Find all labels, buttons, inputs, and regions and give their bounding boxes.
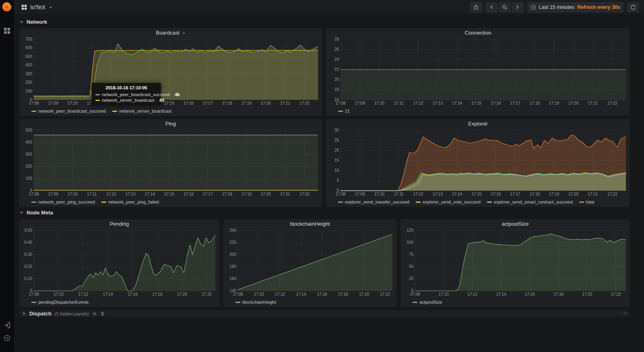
time-back-button[interactable] (486, 2, 498, 12)
panel-actpool-size: actpoolSize 17:0817:1017:1217:1417:1617:… (400, 219, 630, 307)
legend-item-network_server_boardcast[interactable]: network_server_boardcast (112, 109, 171, 113)
legend-item-total[interactable]: total (579, 200, 594, 204)
svg-text:17:19: 17:19 (242, 101, 252, 105)
svg-text:17:22: 17:22 (607, 101, 617, 105)
time-picker-button[interactable]: Last 15 minutes Refresh every 30s (527, 2, 623, 12)
legend-explorer: explorer_send_transfer_succeedexplorer_s… (338, 199, 601, 205)
legend-item-explorer_send_vote_succeed[interactable]: explorer_send_vote_succeed (416, 200, 481, 204)
svg-text:100: 100 (407, 240, 413, 245)
svg-text:0: 0 (411, 288, 413, 293)
panel-title-text: actpoolSize (502, 221, 528, 227)
legend-pending: pendingDispatcherEvents (31, 299, 95, 305)
legend-series-marker (31, 302, 36, 303)
svg-text:17:14: 17:14 (296, 292, 306, 296)
panel-title-text: Explorer (468, 121, 487, 127)
svg-text:17:09: 17:09 (48, 101, 58, 105)
legend-item-explorer_send_smart_contract_succeed[interactable]: explorer_send_smart_contract_succeed (487, 200, 573, 204)
row-delete-button[interactable] (100, 311, 105, 316)
row-header-node-meta[interactable]: Node Meta (19, 210, 53, 216)
chart-explorer[interactable]: 17:0817:0917:1017:1117:1217:1317:1417:15… (328, 128, 628, 197)
svg-text:0.40: 0.40 (25, 240, 33, 245)
sign-in-icon[interactable] (4, 322, 10, 329)
svg-text:17:13: 17:13 (433, 192, 443, 196)
legend-series-label: blockchainHeight (242, 300, 276, 305)
chevron-down-icon (19, 20, 24, 24)
svg-text:300: 300 (25, 152, 32, 156)
legend-item-21[interactable]: 21 (338, 109, 350, 113)
panel-header-ping[interactable]: Ping (19, 119, 322, 128)
svg-text:0.20: 0.20 (25, 264, 33, 269)
legend-series-marker (112, 111, 117, 112)
refresh-button[interactable] (627, 2, 639, 12)
tooltip-series-marker (95, 94, 100, 95)
chevron-down-icon (182, 31, 186, 35)
chart-connection[interactable]: 17:0817:0917:1017:1117:1217:1317:1417:15… (328, 37, 628, 106)
chevron-down-icon (19, 210, 24, 215)
panel-header-connection[interactable]: Connection (326, 28, 630, 37)
legend-item-network_peer_boardcast_succeed[interactable]: network_peer_boardcast_succeed (31, 109, 106, 113)
svg-text:17:18: 17:18 (338, 292, 348, 296)
grafana-logo[interactable] (1, 1, 12, 12)
svg-text:17:10: 17:10 (68, 192, 78, 196)
chevron-left-icon (490, 5, 493, 9)
svg-text:17:10: 17:10 (254, 292, 264, 296)
gear-icon (92, 311, 97, 316)
svg-text:17:18: 17:18 (222, 192, 232, 196)
svg-text:17:22: 17:22 (299, 192, 310, 196)
legend-item-explorer_send_transfer_succeed[interactable]: explorer_send_transfer_succeed (338, 200, 409, 204)
row-settings-button[interactable] (92, 311, 97, 316)
legend-item-pendingDispatcherEvents[interactable]: pendingDispatcherEvents (31, 300, 89, 305)
svg-text:30: 30 (334, 128, 339, 132)
chart-ping[interactable]: 17:0817:0917:1017:1117:1217:1317:1417:15… (21, 128, 320, 197)
panel-header-explorer[interactable]: Explorer (326, 119, 630, 128)
svg-text:17:16: 17:16 (184, 101, 194, 105)
svg-text:17:20: 17:20 (261, 192, 271, 196)
time-shift-group (486, 2, 524, 12)
svg-text:17:14: 17:14 (452, 101, 462, 105)
zoom-out-button[interactable] (499, 2, 511, 12)
svg-text:17:17: 17:17 (510, 192, 520, 196)
panel-header-blockchain-height[interactable]: blockchainHeight (223, 219, 396, 228)
svg-text:200: 200 (25, 164, 32, 169)
time-forward-button[interactable] (512, 2, 524, 12)
svg-text:17:10: 17:10 (54, 292, 64, 296)
panel-title-text: Ping (165, 121, 176, 127)
share-button[interactable] (470, 2, 482, 12)
panel-header-boardcast[interactable]: Boardcast (19, 28, 322, 37)
panel-header-pending[interactable]: Pending (19, 219, 219, 228)
row-drag-handle[interactable] (623, 312, 627, 315)
panel-pending: Pending 17:0817:1017:1217:1417:1617:1817… (19, 219, 219, 307)
legend-series-label: total (586, 200, 594, 204)
clock-icon (530, 4, 536, 10)
dashboard-picker[interactable]: IoTeX (21, 4, 53, 10)
tooltip-series-label: network_peer_boardcast_succeed: (102, 92, 171, 97)
legend-item-blockchainHeight[interactable]: blockchainHeight (235, 300, 276, 305)
left-sidebar: ? (0, 0, 14, 352)
legend-series-marker (31, 202, 36, 203)
tooltip-timestamp: 2018-10-16 17:10:05 (95, 85, 157, 90)
legend-item-network_peer_ping_failed[interactable]: network_peer_ping_failed (101, 200, 159, 204)
legend-series-marker (416, 202, 421, 203)
row-header-network[interactable]: Network (19, 19, 47, 25)
panel-header-actpool-size[interactable]: actpoolSize (400, 219, 630, 228)
svg-text:220: 220 (229, 240, 236, 245)
help-icon[interactable]: ? (4, 335, 10, 342)
refresh-interval-label: Refresh every 30s (577, 4, 620, 10)
svg-text:17:14: 17:14 (496, 292, 506, 296)
tooltip-series-marker (95, 100, 100, 101)
panel-title-text: blockchainHeight (290, 221, 330, 227)
svg-text:17:15: 17:15 (471, 101, 481, 105)
row-header-dispatch[interactable]: Dispatch (1 hidden panels) (19, 310, 630, 317)
chevron-right-icon (22, 311, 26, 316)
dashboards-grid-icon[interactable] (4, 27, 10, 34)
legend-item-network_peer_ping_succeed[interactable]: network_peer_ping_succeed (31, 200, 95, 204)
legend-item-actpoolSize[interactable]: actpoolSize (413, 300, 442, 305)
chart-pending[interactable]: 17:0817:1017:1217:1417:1617:1817:2017:22… (21, 228, 218, 297)
panel-title-text: Pending (110, 221, 129, 227)
chart-blockchain-height[interactable]: 17:0817:1017:1217:1417:1617:1817:2017:22… (225, 228, 395, 297)
svg-text:25: 25 (334, 138, 339, 142)
chart-actpool-size[interactable]: 17:0817:1017:1217:1417:1617:1817:2017:22… (402, 228, 628, 297)
svg-text:75: 75 (409, 252, 414, 257)
svg-text:100: 100 (25, 89, 32, 93)
tooltip-series-row: network_peer_boardcast_succeed:46 (95, 92, 157, 97)
